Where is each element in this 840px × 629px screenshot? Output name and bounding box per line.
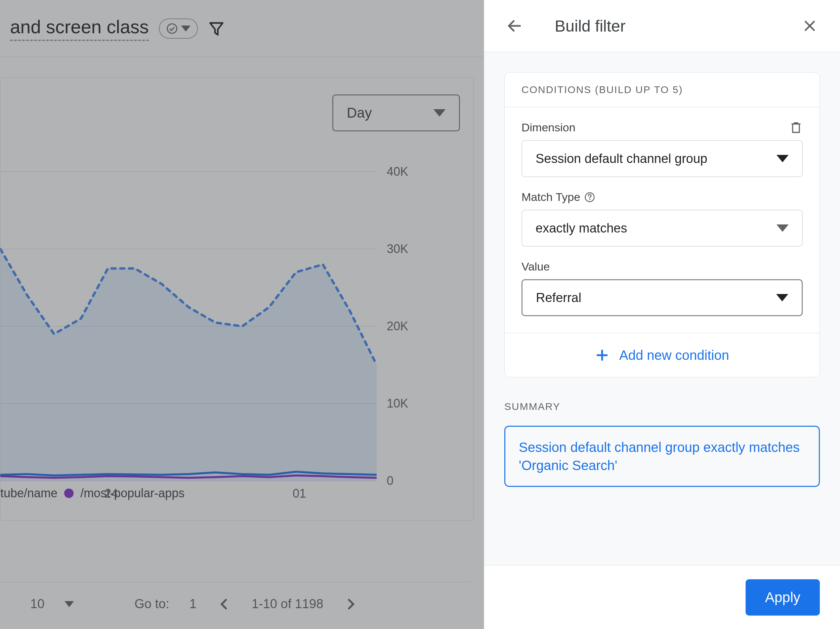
- add-condition-button[interactable]: Add new condition: [505, 333, 819, 377]
- granularity-select[interactable]: Day: [332, 95, 460, 131]
- dimension-value: Session default channel group: [535, 152, 707, 166]
- dimension-label: Dimension: [521, 121, 576, 134]
- plus-icon: [595, 348, 609, 362]
- y-tick: 30K: [387, 242, 408, 256]
- chart-legend: tube/name /most-popular-apps: [0, 486, 185, 500]
- match-type-value: exactly matches: [535, 221, 627, 235]
- match-type-label: Match Type: [521, 191, 595, 204]
- chevron-down-icon: [777, 224, 789, 232]
- summary-label: SUMMARY: [504, 401, 820, 412]
- y-tick: 20K: [387, 319, 408, 333]
- value-label: Value: [521, 260, 550, 273]
- build-filter-panel: Build filter CONDITIONS (BUILD UP TO 5) …: [484, 0, 840, 629]
- legend-dot-icon: [64, 488, 74, 498]
- chevron-down-icon: [433, 109, 445, 117]
- report-title: and screen class: [10, 16, 149, 41]
- report-header: and screen class: [0, 0, 484, 57]
- trash-icon[interactable]: [789, 121, 803, 134]
- close-icon: [802, 19, 817, 33]
- dimension-chip[interactable]: [159, 19, 198, 39]
- panel-title: Build filter: [528, 17, 796, 35]
- chevron-right-icon[interactable]: [343, 597, 358, 612]
- report-background: and screen class Day 40K 30K 20: [0, 0, 484, 629]
- chevron-down-icon: [777, 155, 789, 162]
- chevron-down-icon: [65, 601, 74, 607]
- pager-range: 1-10 of 1198: [252, 597, 323, 611]
- y-tick: 10K: [387, 397, 408, 410]
- arrow-left-icon: [506, 17, 523, 34]
- svg-point-7: [589, 199, 590, 200]
- goto-value[interactable]: 1: [189, 597, 197, 611]
- apply-button[interactable]: Apply: [745, 579, 820, 616]
- legend-label: /most-popular-apps: [80, 486, 185, 500]
- conditions-card: CONDITIONS (BUILD UP TO 5) Dimension Ses…: [504, 72, 820, 377]
- chevron-down-icon: [776, 294, 788, 302]
- chart-card: Day 40K 30K 20K 10K 0 24: [0, 77, 474, 521]
- line-chart: 40K 30K 20K 10K 0 24 01 Dec: [0, 145, 484, 498]
- match-type-select[interactable]: exactly matches: [521, 210, 803, 247]
- conditions-header: CONDITIONS (BUILD UP TO 5): [505, 73, 819, 107]
- value-select[interactable]: Referral: [521, 279, 803, 316]
- back-button[interactable]: [501, 13, 528, 40]
- rows-per-page-value[interactable]: 10: [30, 597, 44, 611]
- chevron-left-icon[interactable]: [217, 597, 232, 612]
- x-tick: 01: [293, 487, 306, 498]
- close-button[interactable]: [796, 13, 823, 40]
- check-circle-icon: [166, 23, 178, 34]
- panel-header: Build filter: [484, 0, 840, 52]
- filter-icon[interactable]: [208, 20, 225, 37]
- chevron-down-icon: [181, 25, 191, 32]
- panel-footer: Apply: [484, 565, 840, 629]
- y-tick: 0: [387, 474, 393, 488]
- summary-chip[interactable]: Session default channel group exactly ma…: [504, 426, 820, 487]
- table-pager: 10 Go to: 1 1-10 of 1198: [0, 582, 471, 616]
- add-condition-label: Add new condition: [619, 348, 729, 363]
- value-value: Referral: [536, 291, 581, 305]
- help-icon[interactable]: [584, 192, 595, 202]
- legend-label: tube/name: [0, 486, 57, 500]
- y-tick: 40K: [387, 164, 408, 179]
- granularity-value: Day: [347, 105, 372, 121]
- condition-block: Dimension Session default channel group …: [505, 107, 819, 333]
- goto-label: Go to:: [134, 597, 169, 611]
- panel-body: CONDITIONS (BUILD UP TO 5) Dimension Ses…: [484, 52, 840, 565]
- dimension-select[interactable]: Session default channel group: [521, 140, 803, 177]
- svg-point-0: [167, 24, 177, 33]
